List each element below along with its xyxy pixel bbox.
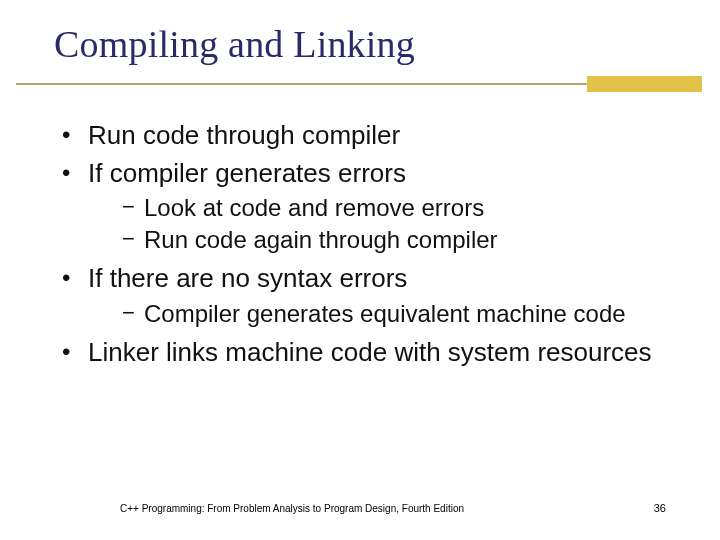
bullet-text: If compiler generates errors [88,158,406,188]
content-area: Run code through compiler If compiler ge… [0,92,720,369]
page-number: 36 [654,502,666,514]
bullet-list: Run code through compiler If compiler ge… [54,120,680,369]
sub-bullet-item: Compiler generates equivalent machine co… [88,299,680,329]
bullet-text: If there are no syntax errors [88,263,407,293]
sub-bullet-list: Look at code and remove errors Run code … [88,193,680,255]
slide-title: Compiling and Linking [54,22,720,66]
bullet-item: If compiler generates errors Look at cod… [54,158,680,256]
footer-text: C++ Programming: From Problem Analysis t… [120,503,464,514]
sub-bullet-item: Look at code and remove errors [88,193,680,223]
bullet-item: Run code through compiler [54,120,680,152]
bullet-item: If there are no syntax errors Compiler g… [54,263,680,329]
rule-accent [587,76,702,92]
title-rule [0,76,720,92]
title-area: Compiling and Linking [0,0,720,66]
slide: Compiling and Linking Run code through c… [0,0,720,540]
sub-bullet-item: Run code again through compiler [88,225,680,255]
sub-bullet-list: Compiler generates equivalent machine co… [88,299,680,329]
bullet-item: Linker links machine code with system re… [54,337,680,369]
